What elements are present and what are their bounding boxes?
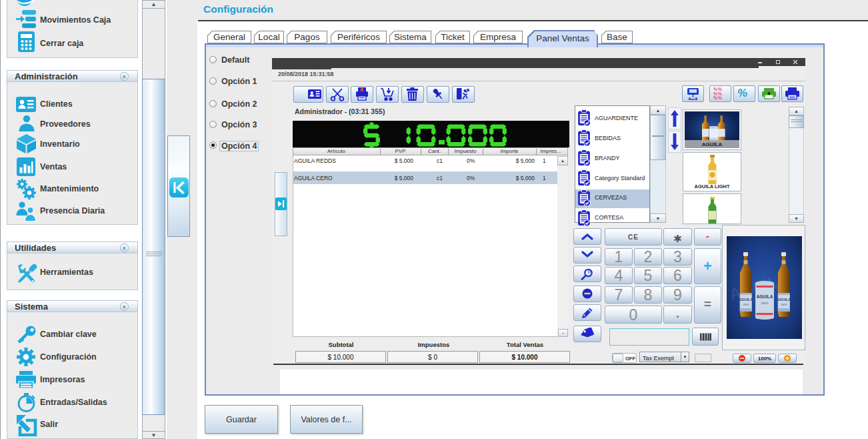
svg-text:cero: cero	[743, 303, 749, 306]
svg-text:cero: cero	[781, 303, 787, 306]
svg-text:AGUILA: AGUILA	[757, 294, 773, 299]
svg-text:AGUILA: AGUILA	[777, 298, 791, 302]
svg-text:AGUILA: AGUILA	[739, 298, 753, 302]
svg-text:AGUILA: AGUILA	[702, 141, 723, 147]
svg-text:AGUILA LIGHT: AGUILA LIGHT	[694, 183, 729, 189]
svg-text:cero: cero	[761, 301, 769, 305]
